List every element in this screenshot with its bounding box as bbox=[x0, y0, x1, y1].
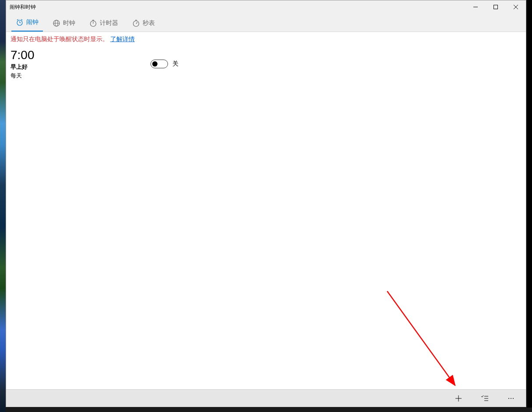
svg-point-24 bbox=[508, 398, 509, 399]
titlebar: 闹钟和时钟 bbox=[6, 0, 526, 14]
tab-clock[interactable]: 时钟 bbox=[48, 16, 80, 32]
tab-alarm[interactable]: 闹钟 bbox=[11, 15, 43, 32]
tab-stopwatch[interactable]: 秒表 bbox=[128, 16, 159, 32]
clock-icon bbox=[52, 19, 60, 27]
alarm-info: 7:00 早上好 每天 bbox=[10, 49, 150, 80]
toggle-label: 关 bbox=[172, 60, 178, 68]
timer-icon bbox=[89, 19, 97, 27]
svg-point-25 bbox=[511, 398, 511, 399]
alarm-repeat: 每天 bbox=[10, 72, 150, 80]
svg-line-17 bbox=[136, 22, 137, 24]
toggle-knob bbox=[152, 61, 158, 67]
svg-rect-1 bbox=[494, 5, 498, 9]
select-alarms-button[interactable] bbox=[472, 390, 498, 407]
add-alarm-button[interactable] bbox=[445, 390, 472, 407]
window-controls bbox=[466, 0, 526, 14]
notice-bar: 通知只在电脑处于唤醒状态时显示。 了解详情 bbox=[6, 32, 526, 47]
maximize-button[interactable] bbox=[486, 0, 506, 14]
tab-label: 计时器 bbox=[100, 19, 118, 27]
alarm-name: 早上好 bbox=[10, 63, 150, 71]
taskbar-edge bbox=[6, 408, 532, 412]
notice-text: 通知只在电脑处于唤醒状态时显示。 bbox=[10, 35, 108, 43]
alarm-time: 7:00 bbox=[10, 49, 150, 62]
minimize-button[interactable] bbox=[466, 0, 486, 14]
desktop-edge bbox=[0, 0, 6, 412]
tab-label: 秒表 bbox=[143, 19, 155, 27]
close-button[interactable] bbox=[506, 0, 526, 14]
alarms-clock-window: 闹钟和时钟 闹钟 时钟 bbox=[6, 0, 526, 407]
alarm-item[interactable]: 7:00 早上好 每天 关 bbox=[6, 47, 526, 81]
bottom-command-bar bbox=[6, 389, 526, 407]
alarm-icon bbox=[16, 18, 24, 26]
alarm-toggle-wrap: 关 bbox=[150, 60, 178, 68]
svg-point-26 bbox=[513, 398, 514, 399]
alarm-toggle[interactable] bbox=[150, 60, 168, 68]
notice-link[interactable]: 了解详情 bbox=[110, 35, 135, 43]
alarm-list: 7:00 早上好 每天 关 bbox=[6, 47, 526, 389]
svg-line-8 bbox=[21, 19, 23, 20]
svg-line-7 bbox=[17, 19, 18, 20]
tab-label: 时钟 bbox=[63, 19, 75, 27]
stopwatch-icon bbox=[132, 19, 140, 27]
more-button[interactable] bbox=[498, 390, 524, 407]
window-title: 闹钟和时钟 bbox=[10, 4, 466, 11]
tab-label: 闹钟 bbox=[26, 18, 38, 26]
tab-timer[interactable]: 计时器 bbox=[85, 16, 122, 32]
tab-bar: 闹钟 时钟 计时器 秒表 bbox=[6, 14, 526, 32]
